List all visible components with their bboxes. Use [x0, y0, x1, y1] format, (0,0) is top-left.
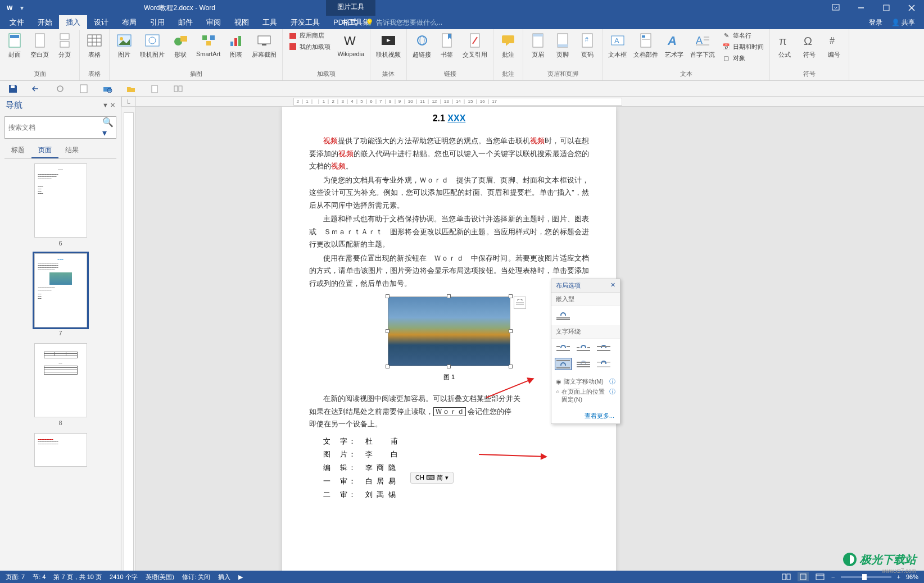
tab-file[interactable]: 文件	[3, 15, 31, 30]
thumbnail-7[interactable]: ▬ ▬▬▬▬▬▬▬▬▬▬▬▬▬▬▬▬▬▬▬▬▬▬▬▬▬▬▬▬▬▬▬▬▬▬▬▬▬▬…	[34, 253, 87, 327]
sigline-button[interactable]: ✎签名行	[719, 30, 766, 40]
textbox-button[interactable]: A文本框	[606, 30, 629, 60]
tab-layout[interactable]: 布局	[115, 15, 143, 30]
print-preview-icon[interactable]	[101, 83, 114, 95]
inserted-image[interactable]	[388, 297, 510, 366]
page-break-button[interactable]: 分页	[53, 30, 76, 60]
resize-handle-n[interactable]	[447, 294, 451, 298]
redo-icon[interactable]	[54, 83, 66, 95]
tab-references[interactable]: 引用	[143, 15, 171, 30]
close-icon[interactable]	[899, 0, 924, 16]
dropcap-button[interactable]: A首字下沉	[688, 30, 717, 60]
zoom-level[interactable]: 96%	[906, 573, 918, 580]
document-area[interactable]: 2.1 XXX 视频提供了功能强大的方法帮助您证明您的观点。当您单击联机视频时，…	[136, 107, 924, 573]
smartart-button[interactable]: SmartArt	[194, 30, 223, 58]
resize-handle-e[interactable]	[509, 329, 513, 333]
popup-close-icon[interactable]: ✕	[610, 281, 615, 290]
symbol-button[interactable]: Ω符号	[798, 30, 821, 60]
screenshot-button[interactable]: 屏幕截图	[250, 30, 279, 60]
bookmark-button[interactable]: 书签	[436, 30, 458, 60]
chevron-down-icon[interactable]: ▾	[17, 3, 27, 13]
nav-thumbnails[interactable]: ▬▬▬▬▬▬▬▬▬▬▬▬▬▬▬▬▬▬▬▬▬▬▬▬▬▬▬▬▬▬▬▬▬▬▬▬▬▬▬▬…	[0, 159, 121, 573]
new-icon[interactable]	[78, 83, 90, 95]
vertical-ruler[interactable]	[121, 107, 136, 573]
my-addins-button[interactable]: 我的加载项	[286, 42, 333, 52]
view-read-icon[interactable]	[781, 572, 792, 581]
resize-handle-nw[interactable]	[386, 294, 389, 298]
status-page-of[interactable]: 第 7 页，共 10 页	[53, 573, 102, 581]
footer-button[interactable]: 页脚	[551, 30, 574, 60]
search-icon[interactable]: 🔍 ▾	[102, 117, 116, 138]
tell-me-search[interactable]: 💡 告诉我您想要做什么...	[365, 18, 442, 28]
nav-tab-pages[interactable]: 页面	[31, 143, 58, 158]
tab-mailings[interactable]: 邮件	[171, 15, 200, 30]
chart-button[interactable]: 图表	[225, 30, 247, 60]
status-track[interactable]: 修订: 关闭	[182, 573, 210, 581]
nav-close-icon[interactable]: ▼ ✕	[102, 102, 115, 109]
view-print-icon[interactable]	[798, 572, 809, 581]
undo-icon[interactable]	[30, 83, 43, 95]
thumbnail-6[interactable]: ▬▬▬▬▬▬▬▬▬▬▬▬▬▬▬▬▬▬▬▬▬▬▬▬▬▬▬▬▬▬▬▬▬▬▬▬▬▬▬▬…	[34, 163, 87, 238]
nav-tab-headings[interactable]: 标题	[4, 143, 31, 158]
wikipedia-button[interactable]: WWikipedia	[335, 30, 366, 58]
wrap-inline[interactable]	[555, 309, 572, 322]
wrap-topbottom[interactable]	[555, 358, 572, 370]
store-button[interactable]: 应用商店	[286, 30, 333, 40]
document-body[interactable]: 视频提供了功能强大的方法帮助您证明您的观点。当您单击联机视频时，可以在想要添加的…	[309, 135, 589, 290]
thumbnail-9[interactable]: ▬▬▬▬▬▬▬▬▬▬▬▬▬▬▬▬▬▬▬▬▬▬▬▬▬▬▬▬▬▬▬▬▬	[34, 433, 87, 467]
horizontal-ruler[interactable]: 2 ｜ 1 ｜ ｜ 1 ｜ 2 ｜ 3 ｜ 4 ｜ 5 ｜ 6 ｜ 7 ｜ 8 …	[136, 97, 924, 107]
zoom-slider[interactable]	[841, 576, 891, 578]
info-icon[interactable]: ⓘ	[609, 378, 615, 386]
tab-design[interactable]: 设计	[87, 15, 115, 30]
layout-options-button[interactable]	[514, 297, 526, 309]
info-icon[interactable]: ⓘ	[609, 388, 615, 396]
nav-search[interactable]: 🔍 ▾	[4, 116, 116, 139]
wrap-through[interactable]	[595, 342, 612, 354]
hyperlink-button[interactable]: 超链接	[410, 30, 433, 60]
page-number-button[interactable]: #页码	[576, 30, 599, 60]
status-insert[interactable]: 插入	[218, 573, 230, 581]
wrap-tight[interactable]	[575, 342, 592, 354]
resize-handle-se[interactable]	[509, 365, 513, 368]
zoom-in-icon[interactable]: +	[897, 573, 900, 580]
tab-review[interactable]: 审阅	[200, 15, 228, 30]
resize-handle-ne[interactable]	[509, 294, 513, 298]
save-icon[interactable]	[7, 83, 19, 95]
resize-handle-sw[interactable]	[386, 365, 389, 368]
equation-button[interactable]: π公式	[773, 30, 796, 60]
ribbon-options-icon[interactable]	[823, 0, 848, 16]
see-more-link[interactable]: 查看更多...	[551, 408, 620, 423]
online-video-button[interactable]: 联机视频	[374, 30, 403, 60]
ime-indicator[interactable]: CH ⌨ 简▾	[410, 472, 454, 484]
cover-page-button[interactable]: 封面	[3, 30, 26, 60]
blank-page-button[interactable]: 空白页	[28, 30, 51, 60]
thumbnail-8[interactable]: ▬▬	[34, 343, 87, 417]
status-macro-icon[interactable]: ▶	[238, 573, 243, 581]
wrap-square[interactable]	[555, 342, 572, 354]
wrap-front[interactable]	[595, 358, 612, 370]
tab-developer[interactable]: 开发工具	[284, 15, 327, 30]
wordart-button[interactable]: A艺术字	[663, 30, 686, 60]
crossref-button[interactable]: 交叉引用	[460, 30, 490, 60]
object-button[interactable]: ▢对象	[719, 53, 766, 63]
status-words[interactable]: 2410 个字	[110, 573, 138, 581]
status-page[interactable]: 页面: 7	[6, 573, 25, 581]
wrap-behind[interactable]	[575, 358, 592, 370]
minimize-icon[interactable]	[848, 0, 873, 16]
touch-mode-icon[interactable]	[172, 83, 184, 95]
status-section[interactable]: 节: 4	[33, 573, 46, 581]
picture-button[interactable]: 图片	[113, 30, 135, 60]
tab-home[interactable]: 开始	[31, 15, 59, 30]
resize-handle-w[interactable]	[386, 329, 389, 333]
tab-view[interactable]: 视图	[228, 15, 256, 30]
chevron-down-icon[interactable]: ▾	[445, 474, 449, 481]
tab-insert[interactable]: 插入	[59, 15, 87, 30]
nav-tab-results[interactable]: 结果	[58, 143, 85, 158]
maximize-icon[interactable]	[873, 0, 899, 16]
radio-move-with-text[interactable]: ◉随文字移动(M)ⓘ	[556, 377, 615, 387]
header-button[interactable]: 页眉	[527, 30, 549, 60]
document-body-2[interactable]: 在新的阅读视图中阅读更加容易。可以折叠文档某些部分并关如果在达到结尾处之前需要停…	[309, 393, 589, 431]
table-button[interactable]: 表格	[83, 30, 106, 60]
datetime-button[interactable]: 📅日期和时间	[719, 42, 766, 52]
shapes-button[interactable]: 形状	[169, 30, 192, 60]
